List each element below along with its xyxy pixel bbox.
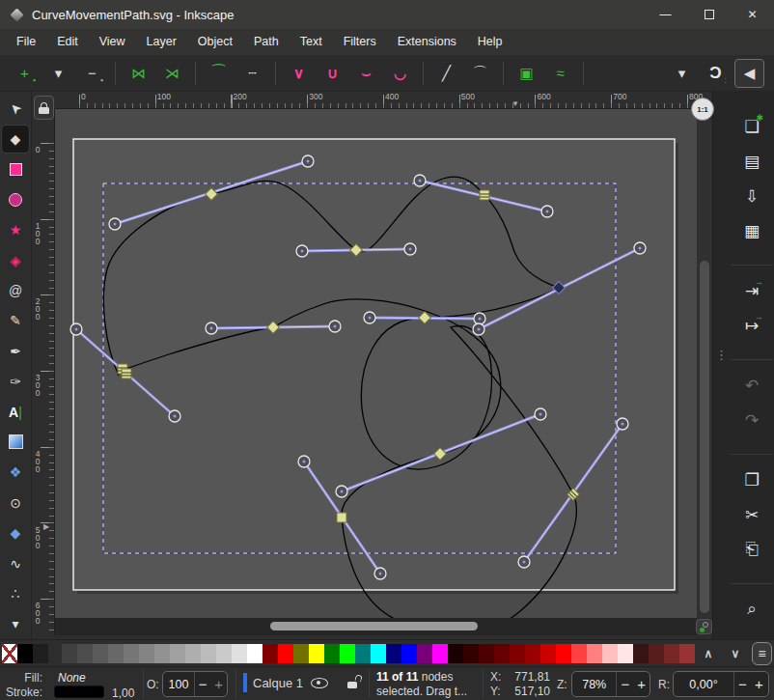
export-image-button[interactable]: ↦→: [738, 312, 765, 339]
path-node[interactable]: [480, 190, 489, 200]
menu-edit[interactable]: Edit: [46, 29, 89, 55]
tool-3d-box[interactable]: ◈: [2, 247, 29, 273]
palette-swatch[interactable]: [93, 644, 108, 663]
palette-swatch[interactable]: [17, 644, 33, 663]
horizontal-ruler[interactable]: 0100200300400500600700800▼: [55, 92, 697, 109]
palette-swatch[interactable]: [602, 644, 618, 663]
menu-help[interactable]: Help: [467, 29, 513, 55]
zoom-increase-button[interactable]: +: [633, 676, 650, 692]
canvas-svg[interactable]: [55, 109, 697, 618]
object-to-path-button[interactable]: ▣: [511, 59, 541, 88]
break-nodes-button[interactable]: ⋊: [157, 59, 187, 88]
opacity-increase-button[interactable]: +: [211, 676, 228, 692]
tool-text[interactable]: A|: [2, 399, 29, 425]
make-curve-button[interactable]: ⌒: [465, 59, 495, 88]
make-auto-smooth-button[interactable]: ◡: [385, 59, 415, 88]
delete-segment-button[interactable]: ┄: [237, 59, 267, 88]
stroke-color-swatch[interactable]: [54, 686, 104, 698]
palette-menu-button[interactable]: ≡: [752, 642, 772, 665]
tool-calligraphy[interactable]: ✑: [2, 369, 29, 395]
palette-swatch[interactable]: [309, 644, 324, 663]
palette-swatch[interactable]: [62, 644, 77, 663]
palette-swatch[interactable]: [525, 644, 540, 663]
path-node[interactable]: [122, 369, 131, 378]
palette-swatch[interactable]: [401, 644, 417, 663]
palette-swatch[interactable]: [618, 644, 633, 663]
maximize-button[interactable]: [687, 0, 731, 29]
palette-swatch[interactable]: [232, 644, 247, 663]
palette-swatch[interactable]: [556, 644, 571, 663]
menu-view[interactable]: View: [89, 29, 136, 55]
current-layer-name[interactable]: Calque 1: [253, 676, 303, 690]
palette-swatch-none[interactable]: [2, 644, 17, 663]
color-managed-mode-toggle[interactable]: [696, 619, 712, 634]
vertical-ruler[interactable]: 0100200300400500600▶: [32, 109, 55, 635]
palette-swatch[interactable]: [571, 644, 587, 663]
undo-button[interactable]: ↶: [738, 372, 765, 399]
tool-gradient[interactable]: [2, 429, 29, 455]
guides-lock-button[interactable]: [34, 96, 54, 120]
insert-node-button[interactable]: +▪: [10, 59, 40, 88]
palette-swatch[interactable]: [324, 644, 340, 663]
palette-swatch[interactable]: [263, 644, 278, 663]
tool-paint-bucket[interactable]: ◆: [2, 519, 29, 546]
tool-ellipse[interactable]: [2, 186, 29, 212]
palette-swatch[interactable]: [494, 644, 510, 663]
palette-swatch[interactable]: [216, 644, 232, 663]
palette-scroll-up-button[interactable]: ∧: [697, 643, 720, 664]
print-document-button[interactable]: ▦: [738, 217, 765, 244]
tool-star[interactable]: ★: [2, 217, 29, 243]
palette-swatch[interactable]: [77, 644, 93, 663]
rotation-decrease-button[interactable]: −: [734, 676, 751, 692]
palette-swatch[interactable]: [185, 644, 201, 663]
menu-file[interactable]: File: [6, 29, 46, 55]
tool-spray[interactable]: ∴: [2, 580, 29, 606]
close-button[interactable]: ✕: [731, 0, 774, 29]
palette-swatch[interactable]: [417, 644, 432, 663]
palette-swatch[interactable]: [540, 644, 556, 663]
cut-button[interactable]: ✂: [738, 501, 765, 528]
minimize-button[interactable]: —: [644, 0, 687, 29]
insert-node-options-button[interactable]: ▾: [43, 59, 73, 88]
tool-dropper[interactable]: ⊙: [2, 490, 29, 516]
palette-swatch[interactable]: [201, 644, 216, 663]
menu-filters[interactable]: Filters: [333, 29, 387, 55]
palette-swatch[interactable]: [340, 644, 355, 663]
menu-extensions[interactable]: Extensions: [387, 29, 467, 55]
palette-swatch[interactable]: [108, 644, 124, 663]
layer-lock-icon[interactable]: [347, 675, 359, 688]
palette-swatch[interactable]: [139, 644, 154, 663]
zoom-ratio-badge[interactable]: 1:1: [691, 98, 714, 121]
collapse-dock-button[interactable]: ◀: [734, 59, 764, 88]
tool-selector[interactable]: ➤: [2, 96, 29, 122]
save-document-button[interactable]: ⇩: [738, 182, 765, 210]
tool-tweak[interactable]: ∿: [2, 550, 29, 576]
dock-resize-handle[interactable]: ⋮: [715, 352, 728, 357]
join-nodes-button[interactable]: ⋈: [124, 59, 153, 88]
tool-rectangle[interactable]: [2, 156, 29, 182]
menu-path[interactable]: Path: [243, 29, 290, 55]
zoom-decrease-button[interactable]: −: [617, 676, 633, 692]
path-node[interactable]: [337, 513, 346, 522]
palette-swatch[interactable]: [432, 644, 448, 663]
horizontal-scrollbar[interactable]: [55, 618, 697, 635]
menu-layer[interactable]: Layer: [136, 29, 187, 55]
paste-button[interactable]: ⎗: [738, 536, 765, 563]
palette-swatch[interactable]: [278, 644, 293, 663]
duplicate-button[interactable]: ❐: [738, 466, 765, 493]
import-image-button[interactable]: ⇥→: [738, 277, 765, 304]
drawing-canvas[interactable]: [55, 109, 697, 618]
toolbox-overflow[interactable]: ▾: [2, 611, 29, 637]
make-corner-button[interactable]: ∨: [284, 59, 314, 88]
palette-swatch[interactable]: [386, 644, 401, 663]
palette-swatch[interactable]: [154, 644, 170, 663]
enable-snapping-button[interactable]: Ɔ:: [701, 59, 731, 88]
zoom-to-selection-button[interactable]: ⌕: [738, 596, 765, 623]
new-document-button[interactable]: ❏✱: [738, 113, 765, 140]
make-line-button[interactable]: ╱: [431, 59, 461, 88]
vertical-scrollbar[interactable]: [697, 109, 712, 618]
palette-swatch[interactable]: [448, 644, 463, 663]
menu-text[interactable]: Text: [290, 29, 333, 55]
make-smooth-button[interactable]: ∪: [318, 59, 347, 88]
stroke-to-path-button[interactable]: ≈: [545, 59, 575, 88]
